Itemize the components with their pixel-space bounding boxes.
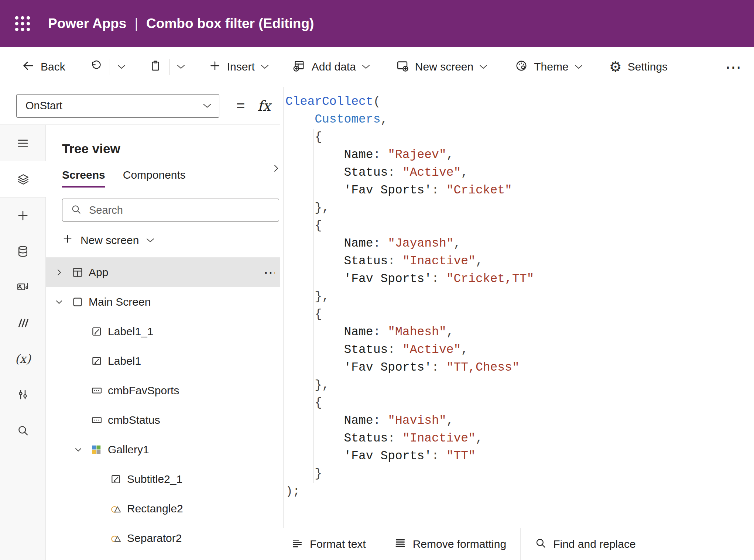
- code-line[interactable]: Status: "Inactive",: [285, 430, 534, 447]
- code-line[interactable]: Status: "Active",: [285, 341, 534, 359]
- back-button[interactable]: Back: [21, 59, 65, 75]
- advanced-tools-icon: [16, 388, 30, 401]
- tree-item-label1[interactable]: Label1: [46, 346, 280, 376]
- tree-item-rectangle2[interactable]: Rectangle2: [46, 494, 280, 523]
- undo-button[interactable]: [90, 59, 102, 75]
- rail-item-power-automate[interactable]: [0, 305, 46, 341]
- tree-new-screen-button[interactable]: New screen: [62, 233, 280, 247]
- code-line[interactable]: {: [285, 128, 534, 146]
- more-commands-button[interactable]: ⋯: [725, 58, 741, 76]
- code-line[interactable]: 'Fav Sports': "TT": [285, 447, 534, 465]
- code-line[interactable]: Customers,: [285, 111, 534, 128]
- code-line[interactable]: Status: "Inactive",: [285, 252, 534, 270]
- property-selector[interactable]: OnStart: [16, 94, 219, 118]
- paste-button[interactable]: [149, 59, 162, 75]
- data-icon: [16, 245, 30, 258]
- search-input[interactable]: [88, 204, 252, 217]
- rail-item-media[interactable]: [0, 269, 46, 305]
- new-screen-button[interactable]: New screen: [396, 59, 487, 75]
- remove-formatting-icon: [394, 537, 406, 552]
- search-icon: [535, 537, 546, 552]
- theme-button[interactable]: Theme: [515, 59, 582, 75]
- app-launcher-waffle-icon[interactable]: [13, 14, 32, 34]
- tree-item-cmbfavsports[interactable]: cmbFavSports: [46, 376, 280, 405]
- tree-view-panel: Tree view Screens Components New screen: [46, 125, 280, 560]
- brand-title[interactable]: Power Apps: [48, 16, 126, 31]
- settings-button[interactable]: ⚙ Settings: [609, 60, 668, 74]
- tab-components[interactable]: Components: [123, 169, 186, 188]
- tree-item-label: cmbStatus: [108, 414, 160, 426]
- shape-icon: [110, 532, 127, 544]
- add-data-button[interactable]: Add data: [292, 59, 370, 75]
- tree-item-cmbstatus[interactable]: cmbStatus: [46, 405, 280, 435]
- command-toolbar: Back: [0, 47, 754, 87]
- code-line[interactable]: 'Fav Sports': "TT,Chess": [285, 359, 534, 377]
- tree-item-gallery1[interactable]: Gallery1: [46, 435, 280, 464]
- code-line[interactable]: },: [285, 377, 534, 394]
- tree-item-separator2[interactable]: Separator2: [46, 523, 280, 553]
- label-icon: [91, 355, 108, 367]
- tree-view-title: Tree view: [62, 141, 120, 156]
- code-line[interactable]: 'Fav Sports': "Cricket,TT": [285, 270, 534, 288]
- formula-code[interactable]: ClearCollect( Customers, { Name: "Rajeev…: [285, 93, 534, 501]
- tree-item-label: Main Screen: [89, 296, 151, 308]
- find-replace-button[interactable]: Find and replace: [520, 528, 650, 560]
- code-line[interactable]: Status: "Active",: [285, 164, 534, 182]
- code-line[interactable]: {: [285, 394, 534, 412]
- combobox-icon: [91, 385, 108, 396]
- label-icon: [110, 473, 127, 485]
- new-screen-label: New screen: [415, 61, 473, 73]
- format-text-label: Format text: [310, 538, 366, 550]
- format-text-button[interactable]: Format text: [280, 528, 380, 560]
- code-line[interactable]: Name: "Havish",: [285, 412, 534, 430]
- collapse-tree-panel-button[interactable]: [272, 161, 280, 176]
- code-line[interactable]: ClearCollect(: [285, 93, 534, 111]
- code-line[interactable]: },: [285, 288, 534, 306]
- tree-item-label: Label1: [108, 355, 141, 367]
- code-line[interactable]: {: [285, 306, 534, 323]
- tree-view-icon: [17, 173, 30, 186]
- rail-item-data[interactable]: [0, 233, 46, 269]
- left-rail: (x): [0, 125, 46, 560]
- clipboard-icon: [149, 59, 162, 75]
- undo-dropdown-chevron[interactable]: [117, 64, 126, 69]
- rail-item-tree-view[interactable]: [0, 161, 46, 197]
- tab-screens[interactable]: Screens: [62, 169, 105, 188]
- tree-item-label: Subtitle2_1: [127, 473, 182, 485]
- code-line[interactable]: }: [285, 465, 534, 483]
- insert-dropdown-chevron: [261, 64, 269, 69]
- chevron-down-icon[interactable]: [74, 445, 91, 454]
- tree-item-label1_1[interactable]: Label1_1: [46, 317, 280, 346]
- chevron-down-icon[interactable]: [55, 298, 72, 306]
- code-line[interactable]: Name: "Mahesh",: [285, 323, 534, 341]
- code-line[interactable]: Name: "Rajeev",: [285, 146, 534, 164]
- rail-item-variables[interactable]: (x): [0, 341, 46, 377]
- label-icon: [91, 326, 108, 337]
- power-automate-icon: [16, 316, 30, 330]
- paste-dropdown-chevron[interactable]: [177, 64, 185, 69]
- rail-item-advanced-tools[interactable]: [0, 377, 46, 412]
- code-line[interactable]: {: [285, 217, 534, 235]
- rail-item-search[interactable]: [0, 412, 46, 448]
- add-data-dropdown-chevron: [362, 64, 370, 69]
- tree-item-app[interactable]: App⋯: [46, 258, 280, 287]
- rail-item-menu[interactable]: [0, 125, 46, 161]
- theme-label: Theme: [534, 61, 568, 73]
- tree-list: App⋯Main ScreenLabel1_1Label1cmbFavSport…: [46, 258, 280, 553]
- code-line[interactable]: );: [285, 483, 534, 501]
- more-options-icon[interactable]: ⋯: [264, 264, 275, 281]
- tree-new-screen-label: New screen: [80, 234, 139, 247]
- remove-formatting-button[interactable]: Remove formatting: [380, 528, 520, 560]
- settings-label: Settings: [628, 61, 668, 73]
- tree-item-label: cmbFavSports: [108, 384, 179, 397]
- chevron-right-icon[interactable]: [55, 268, 72, 277]
- tree-item-subtitle2_1[interactable]: Subtitle2_1: [46, 464, 280, 494]
- code-line[interactable]: },: [285, 199, 534, 217]
- code-line[interactable]: 'Fav Sports': "Cricket": [285, 182, 534, 199]
- tree-item-main-screen[interactable]: Main Screen: [46, 287, 280, 317]
- search-icon: [71, 204, 82, 216]
- insert-button[interactable]: Insert: [209, 59, 269, 75]
- rail-item-insert[interactable]: [0, 197, 46, 233]
- insert-icon: [16, 209, 30, 222]
- code-line[interactable]: Name: "Jayansh",: [285, 235, 534, 252]
